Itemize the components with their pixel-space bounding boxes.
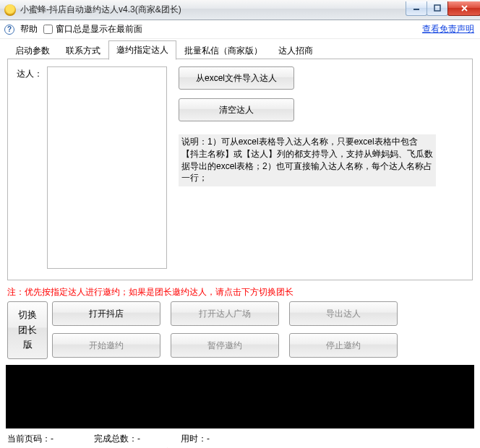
status-row: 当前页码：- 完成总数：- 用时：-: [0, 428, 480, 445]
tab-invite[interactable]: 邀约指定达人: [108, 40, 176, 60]
status-done-value: -: [137, 434, 140, 444]
switch-leader-button[interactable]: 切换团长版: [7, 301, 48, 359]
window-titlebar: 小蜜蜂-抖店自动邀约达人v4.3(商家&团长): [0, 0, 480, 20]
maximize-button[interactable]: [427, 1, 448, 16]
pause-invite-button[interactable]: 暂停邀约: [171, 333, 279, 358]
note-browser: 注：在软件自动邀约过程，需要将浏览器窗口最大化，且不要手动操作谷歌浏览器: [0, 445, 480, 448]
tab-batchpm[interactable]: 批量私信（商家版）: [176, 41, 270, 60]
status-done-label: 完成总数：: [94, 434, 137, 444]
window-title: 小蜜蜂-抖店自动邀约达人v4.3(商家&团长): [20, 4, 406, 16]
status-page-value: -: [51, 434, 53, 444]
always-on-top-checkbox[interactable]: 窗口总是显示在最前面: [43, 23, 142, 35]
window-controls: [406, 1, 480, 16]
export-daren-button[interactable]: 导出达人: [289, 301, 398, 326]
tab-bar: 启动参数 联系方式 邀约指定达人 批量私信（商家版） 达人招商: [0, 39, 480, 59]
status-time-value: -: [207, 434, 210, 444]
import-excel-button[interactable]: 从excel文件导入达人: [179, 66, 294, 90]
description-text: 说明：1）可从excel表格导入达人名称，只要excel表格中包含【抖主名称】或…: [179, 134, 436, 186]
minimize-button[interactable]: [406, 1, 427, 16]
disclaimer-link[interactable]: 查看免责声明: [422, 23, 474, 35]
tab-recruit[interactable]: 达人招商: [270, 41, 321, 60]
clear-daren-button[interactable]: 清空达人: [179, 98, 294, 121]
open-plaza-button[interactable]: 打开达人广场: [171, 301, 279, 326]
status-page-label: 当前页码：: [7, 434, 51, 444]
help-label[interactable]: 帮助: [20, 23, 38, 35]
close-button[interactable]: [447, 1, 480, 16]
daren-label: 达人：: [17, 66, 43, 269]
tab-panel-invite: 达人： 从excel文件导入达人 清空达人 说明：1）可从excel表格导入达人…: [7, 59, 473, 280]
action-area: 切换团长版 打开抖店 打开达人广场 导出达人 开始邀约 暂停邀约 停止邀约: [0, 301, 480, 359]
help-icon[interactable]: ?: [4, 25, 14, 35]
daren-textarea[interactable]: [47, 66, 167, 269]
tab-startup[interactable]: 启动参数: [7, 41, 58, 60]
app-icon: [4, 4, 16, 16]
open-shop-button[interactable]: 打开抖店: [52, 301, 160, 326]
log-output: [6, 365, 474, 428]
note-priority: 注：优先按指定达人进行邀约；如果是团长邀约达人，请点击下方切换团长: [0, 280, 480, 301]
stop-invite-button[interactable]: 停止邀约: [289, 333, 398, 358]
status-time-label: 用时：: [181, 434, 207, 444]
tab-contact[interactable]: 联系方式: [58, 41, 108, 60]
toolbar: ? 帮助 窗口总是显示在最前面 查看免责声明: [0, 20, 480, 39]
svg-rect-1: [434, 5, 440, 11]
always-on-top-input[interactable]: [43, 25, 53, 34]
always-on-top-label: 窗口总是显示在最前面: [56, 23, 142, 35]
start-invite-button[interactable]: 开始邀约: [52, 333, 160, 358]
